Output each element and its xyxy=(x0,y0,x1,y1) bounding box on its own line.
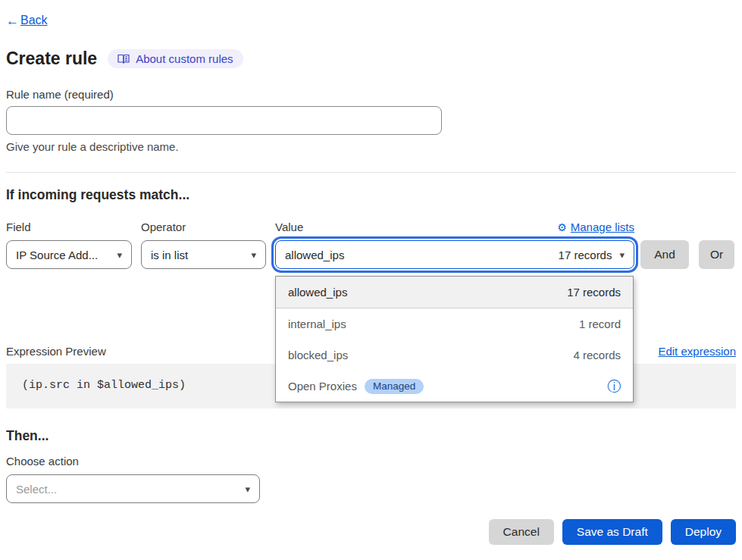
list-item-name: allowed_ips xyxy=(288,286,347,299)
and-button[interactable]: And xyxy=(640,240,689,269)
chevron-down-icon: ▾ xyxy=(117,250,122,260)
manage-lists-label: Manage lists xyxy=(571,221,634,233)
info-icon[interactable]: ⓘ xyxy=(607,380,621,393)
chevron-down-icon: ▾ xyxy=(251,250,256,260)
condition-row: IP Source Add... ▾ is in list ▾ allowed_… xyxy=(6,240,736,269)
page-title: Create rule xyxy=(6,48,97,69)
list-item-meta: 1 record xyxy=(579,318,621,330)
list-item-meta: 17 records xyxy=(567,286,621,299)
value-select-selected: allowed_ips xyxy=(285,249,344,261)
operator-select-value: is in list xyxy=(151,249,188,261)
list-item-name: Open Proxies xyxy=(288,380,357,393)
footer-actions: Cancel Save as Draft Deploy xyxy=(6,519,736,545)
chevron-down-icon: ▾ xyxy=(619,250,625,260)
list-item-name: internal_ips xyxy=(288,318,346,330)
list-item-open-proxies[interactable]: Open Proxies Managed ⓘ xyxy=(276,371,633,402)
back-arrow-icon: ← xyxy=(6,14,19,27)
match-section-heading: If incoming requests match... xyxy=(6,187,736,203)
action-select-placeholder: Select... xyxy=(16,483,57,496)
action-select[interactable]: Select... ▾ xyxy=(6,474,260,503)
deploy-button[interactable]: Deploy xyxy=(671,519,736,545)
back-link-label: Back xyxy=(20,14,48,27)
about-custom-rules-label: About custom rules xyxy=(136,52,233,65)
list-item-blocked-ips[interactable]: blocked_ips 4 records xyxy=(276,339,633,371)
gear-icon: ⚙ xyxy=(557,222,567,233)
manage-lists-link[interactable]: ⚙ Manage lists xyxy=(557,221,634,233)
then-section-heading: Then... xyxy=(6,428,736,444)
about-custom-rules-link[interactable]: About custom rules xyxy=(108,49,243,68)
expression-code: (ip.src in $allowed_ips) xyxy=(22,379,186,392)
value-label: Value xyxy=(275,221,303,233)
or-button[interactable]: Or xyxy=(699,240,734,269)
operator-select[interactable]: is in list ▾ xyxy=(141,240,266,269)
value-select[interactable]: allowed_ips 17 records ▾ xyxy=(275,240,634,269)
section-divider xyxy=(6,172,736,173)
list-item-allowed-ips[interactable]: allowed_ips 17 records xyxy=(276,277,633,308)
book-icon xyxy=(117,54,130,64)
list-item-meta: 4 records xyxy=(573,349,621,361)
field-select-value: IP Source Add... xyxy=(16,249,98,261)
rule-name-help-text: Give your rule a descriptive name. xyxy=(6,140,736,153)
edit-expression-link[interactable]: Edit expression xyxy=(658,345,736,358)
create-rule-page: ← Back Create rule About custom rules Ru… xyxy=(0,0,742,560)
expression-preview-label: Expression Preview xyxy=(6,345,106,358)
managed-badge: Managed xyxy=(365,379,424,394)
list-item-name: blocked_ips xyxy=(288,349,348,361)
operator-label: Operator xyxy=(141,221,275,233)
value-dropdown-panel: allowed_ips 17 records internal_ips 1 re… xyxy=(275,276,634,402)
back-link[interactable]: ← Back xyxy=(6,14,736,27)
rule-name-input[interactable] xyxy=(6,106,442,135)
save-as-draft-button[interactable]: Save as Draft xyxy=(562,519,662,545)
chevron-down-icon: ▾ xyxy=(245,484,250,494)
value-select-meta: 17 records xyxy=(559,249,612,261)
field-label: Field xyxy=(6,221,141,233)
field-select[interactable]: IP Source Add... ▾ xyxy=(6,240,132,269)
rule-name-label: Rule name (required) xyxy=(6,88,736,101)
title-row: Create rule About custom rules xyxy=(6,48,736,69)
match-labels-row: Field Operator Value ⚙ Manage lists xyxy=(6,221,736,233)
cancel-button[interactable]: Cancel xyxy=(489,519,554,545)
list-item-internal-ips[interactable]: internal_ips 1 record xyxy=(276,308,633,339)
choose-action-label: Choose action xyxy=(6,455,736,468)
